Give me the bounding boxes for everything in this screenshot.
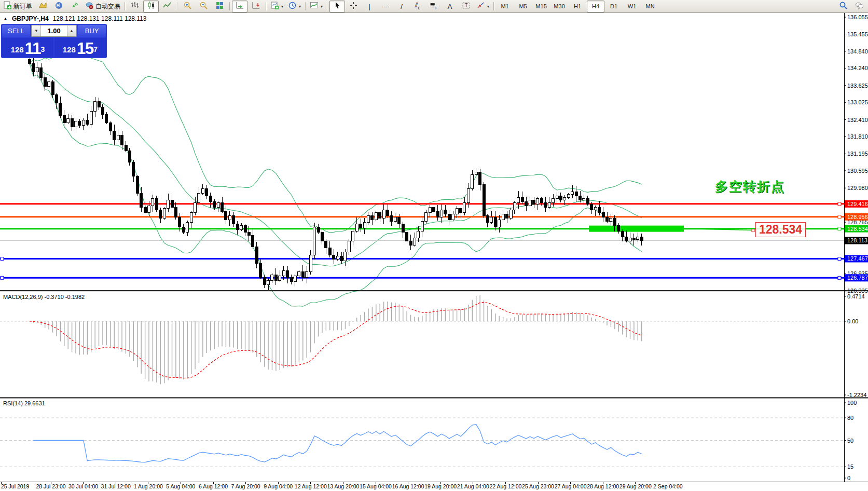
candle xyxy=(40,68,43,78)
auto-scroll-button[interactable] xyxy=(232,1,247,12)
tile-windows-button[interactable] xyxy=(212,1,227,12)
svg-text:2 Sep 04:00: 2 Sep 04:00 xyxy=(653,483,683,489)
candle xyxy=(536,199,539,204)
candle xyxy=(606,217,609,221)
candlestick-button[interactable] xyxy=(143,1,159,12)
line-handle[interactable] xyxy=(838,257,841,260)
zoom-in-icon xyxy=(183,1,192,11)
timeframe-button-d1[interactable]: D1 xyxy=(605,1,623,12)
timeframe-button-m1[interactable]: M1 xyxy=(496,1,514,12)
sell-price[interactable]: 128113 xyxy=(2,38,53,57)
line-handle[interactable] xyxy=(1,276,4,279)
volume-stepper: ▼ ▲ xyxy=(31,25,77,37)
collapse-panel-icon[interactable]: ▲ xyxy=(3,16,8,21)
timeframe-button-h4[interactable]: H4 xyxy=(587,1,604,12)
timeframe-button-h1[interactable]: H1 xyxy=(569,1,586,12)
candle xyxy=(321,233,323,241)
candle xyxy=(279,276,281,280)
candle xyxy=(340,256,343,261)
candle xyxy=(113,131,116,140)
metaquotes-button[interactable] xyxy=(51,1,66,12)
candle xyxy=(594,207,597,210)
candle xyxy=(294,276,296,282)
bar-chart-button[interactable] xyxy=(127,1,143,12)
chart-apply-button[interactable] xyxy=(35,1,50,12)
indicators-button[interactable]: ▾ xyxy=(308,1,325,12)
svg-text:80: 80 xyxy=(847,415,853,421)
tile-windows-icon xyxy=(215,1,224,11)
volume-input[interactable] xyxy=(41,25,67,36)
svg-text:129.416: 129.416 xyxy=(847,201,868,207)
line-handle[interactable] xyxy=(838,227,841,230)
ohlc-values: 128.121 128.131 128.111 128.113 xyxy=(53,15,147,22)
candle xyxy=(521,197,523,201)
line-handle[interactable] xyxy=(838,276,841,279)
candle xyxy=(352,231,354,241)
volume-down-button[interactable]: ▼ xyxy=(32,25,41,36)
signals-button[interactable] xyxy=(67,1,82,12)
chart-shift-button[interactable] xyxy=(248,1,264,12)
candle xyxy=(144,207,146,213)
candle xyxy=(336,256,339,259)
price-axis: 136.055135.455134.840134.240133.625133.0… xyxy=(844,14,868,481)
chat-button[interactable] xyxy=(851,1,867,12)
toolbar-separator xyxy=(228,1,231,11)
svg-text:126.787: 126.787 xyxy=(847,275,868,281)
fibo-button[interactable]: ≣F xyxy=(426,1,442,12)
line-handle[interactable] xyxy=(838,215,841,219)
sell-button[interactable]: SELL xyxy=(2,25,30,37)
autotrade-button[interactable]: 自动交易 xyxy=(83,1,122,12)
channel-button[interactable]: ⫽E xyxy=(410,1,425,12)
new-order-button[interactable]: 新订单 xyxy=(1,1,34,12)
crosshair-button[interactable] xyxy=(346,1,361,12)
candle xyxy=(244,225,246,233)
toolbar-button-label: 新订单 xyxy=(13,2,32,11)
buy-price[interactable]: 128157 xyxy=(54,38,106,57)
text-button[interactable]: A xyxy=(442,1,458,12)
candle xyxy=(255,247,258,264)
zoom-out-icon xyxy=(199,1,208,11)
timeframe-button-w1[interactable]: W1 xyxy=(623,1,641,12)
candle xyxy=(625,237,628,241)
cursor-button[interactable] xyxy=(329,1,345,12)
symbol-info-bar[interactable]: ▲ GBPJPY-,H4 128.121 128.131 128.111 128… xyxy=(3,15,146,22)
vline-button[interactable]: | xyxy=(362,1,377,12)
timeframe-button-m30[interactable]: M30 xyxy=(550,1,568,12)
trendline-button[interactable]: / xyxy=(394,1,409,12)
volume-up-button[interactable]: ▲ xyxy=(67,25,76,36)
svg-text:0: 0 xyxy=(847,475,850,481)
chat-icon xyxy=(855,1,864,11)
hline-button[interactable]: — xyxy=(378,1,393,12)
toolbar-button-label: 自动交易 xyxy=(95,2,120,11)
buy-button[interactable]: BUY xyxy=(78,25,106,37)
sell-price-prefix: 128 xyxy=(11,43,24,57)
candle xyxy=(548,203,550,207)
zoom-out-button[interactable] xyxy=(196,1,211,12)
search-button[interactable] xyxy=(835,1,851,12)
timeframe-button-mn[interactable]: MN xyxy=(641,1,659,12)
zoom-in-button[interactable] xyxy=(180,1,195,12)
candle xyxy=(448,214,450,220)
candle xyxy=(29,60,31,64)
green-zone-bar[interactable] xyxy=(589,226,684,232)
svg-text:28 Aug 12:00: 28 Aug 12:00 xyxy=(587,483,619,489)
candle xyxy=(228,215,231,220)
candle xyxy=(544,203,547,207)
candle xyxy=(90,112,92,124)
chart-shift-icon xyxy=(252,1,260,11)
timeframe-button-m15[interactable]: M15 xyxy=(532,1,550,12)
candle xyxy=(559,196,562,200)
candle xyxy=(75,121,77,127)
new-chart-button[interactable]: ▾ xyxy=(268,1,285,12)
svg-text:30 Jul 04:00: 30 Jul 04:00 xyxy=(68,483,98,489)
arrows-button[interactable]: ▾ xyxy=(474,1,491,12)
profiles-button[interactable]: ▾ xyxy=(286,1,303,12)
toolbar-separator xyxy=(492,1,495,11)
timeframe-button-m5[interactable]: M5 xyxy=(514,1,532,12)
cursor-icon xyxy=(333,1,342,11)
label-button[interactable]: T xyxy=(458,1,474,12)
line-handle[interactable] xyxy=(1,257,4,260)
line-handle[interactable] xyxy=(838,202,841,206)
candle xyxy=(136,176,139,194)
line-chart-button[interactable] xyxy=(159,1,175,12)
